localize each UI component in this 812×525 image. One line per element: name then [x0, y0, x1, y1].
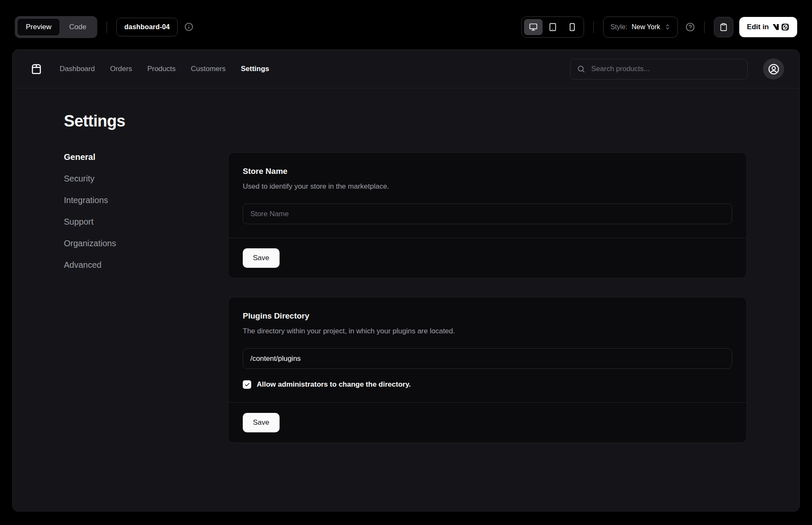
tablet-icon	[549, 23, 557, 31]
toolbar-divider	[593, 21, 594, 33]
search-icon	[577, 65, 585, 73]
store-name-input[interactable]	[243, 203, 732, 224]
user-menu-button[interactable]	[763, 58, 784, 80]
project-name-badge[interactable]: dashboard-04	[116, 18, 178, 36]
store-name-save-button[interactable]: Save	[243, 248, 280, 268]
toolbar-divider	[107, 21, 107, 33]
store-name-card: Store Name Used to identify your store i…	[228, 152, 747, 278]
device-size-toggle	[521, 16, 584, 38]
style-select-value: New York	[631, 23, 660, 31]
edit-in-v0-button[interactable]: Edit in	[739, 17, 797, 37]
store-name-card-title: Store Name	[243, 167, 732, 176]
code-tab[interactable]: Code	[60, 18, 95, 36]
sidebar-item-security[interactable]: Security	[64, 174, 228, 183]
settings-side-nav: General Security Integrations Support Or…	[64, 152, 228, 443]
plugins-directory-card-description: The directory within your project, in wh…	[243, 327, 732, 335]
plugins-directory-save-button[interactable]: Save	[243, 413, 280, 432]
search-input[interactable]	[590, 64, 741, 74]
nav-link-customers[interactable]: Customers	[191, 65, 225, 73]
copy-clipboard-button[interactable]	[714, 17, 733, 37]
allow-admins-checkbox-label[interactable]: Allow administrators to change the direc…	[257, 380, 411, 389]
edit-in-v0-label: Edit in	[747, 23, 769, 31]
tablet-view-button[interactable]	[543, 19, 562, 35]
sidebar-item-advanced[interactable]: Advanced	[64, 260, 228, 269]
help-icon[interactable]	[686, 22, 695, 32]
app-nav: Dashboard Orders Products Customers Sett…	[13, 50, 799, 88]
sidebar-item-integrations[interactable]: Integrations	[64, 195, 228, 205]
sidebar-item-support[interactable]: Support	[64, 217, 228, 226]
nav-link-settings[interactable]: Settings	[241, 65, 269, 73]
toolbar-divider	[704, 21, 705, 33]
circle-user-icon	[768, 63, 779, 75]
store-name-card-description: Used to identify your store in the marke…	[243, 182, 732, 191]
plugins-directory-input[interactable]	[243, 348, 732, 369]
settings-page: Settings General Security Integrations S…	[13, 88, 799, 443]
allow-admins-checkbox-row: Allow administrators to change the direc…	[243, 380, 732, 389]
preview-panel: Dashboard Orders Products Customers Sett…	[12, 49, 800, 511]
nav-link-dashboard[interactable]: Dashboard	[60, 65, 95, 73]
smartphone-icon	[568, 23, 576, 31]
allow-admins-checkbox[interactable]	[243, 380, 251, 389]
preview-tab[interactable]: Preview	[17, 18, 60, 36]
search-box	[570, 59, 748, 80]
phone-view-button[interactable]	[563, 19, 582, 35]
sidebar-item-general[interactable]: General	[64, 152, 228, 162]
style-select[interactable]: Style: New York	[603, 16, 678, 38]
check-icon	[244, 382, 250, 388]
chevrons-up-down-icon	[664, 24, 671, 30]
nav-link-products[interactable]: Products	[147, 65, 176, 73]
nav-link-orders[interactable]: Orders	[110, 65, 132, 73]
page-title: Settings	[64, 112, 747, 130]
package-icon	[30, 63, 43, 75]
top-toolbar: Preview Code dashboard-04	[0, 0, 812, 49]
style-select-label: Style:	[610, 23, 627, 31]
monitor-icon	[529, 23, 538, 31]
preview-code-toggle: Preview Code	[15, 16, 97, 38]
sidebar-item-organizations[interactable]: Organizations	[64, 239, 228, 248]
v0-logo-icon	[773, 22, 790, 32]
desktop-view-button[interactable]	[524, 19, 543, 35]
plugins-directory-card-title: Plugins Directory	[243, 311, 732, 321]
clipboard-icon	[719, 23, 728, 31]
plugins-directory-card: Plugins Directory The directory within y…	[228, 297, 747, 443]
info-icon[interactable]	[184, 22, 193, 31]
